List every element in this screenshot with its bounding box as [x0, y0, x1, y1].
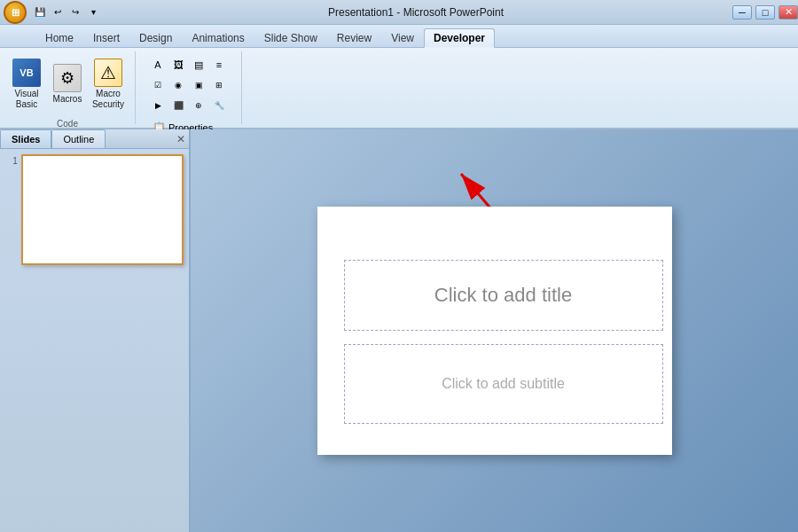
sidebar-close-button[interactable]: ✕	[176, 129, 189, 148]
minimize-button[interactable]: ─	[732, 5, 752, 20]
macro-security-label: MacroSecurity	[92, 89, 124, 110]
tab-animations[interactable]: Animations	[182, 27, 254, 47]
visual-basic-icon: VB	[12, 59, 41, 87]
tab-developer[interactable]: Developer	[424, 28, 495, 48]
visual-basic-button[interactable]: VB VisualBasic	[7, 55, 46, 113]
macros-button[interactable]: ⚙ Macros	[48, 60, 87, 108]
ctrl-icon-5[interactable]: ☑	[148, 75, 168, 95]
ctrl-icon-11[interactable]: ⊕	[189, 96, 208, 115]
ctrl-icon-10[interactable]: ⬛	[168, 96, 188, 115]
app: ⊞ 💾 ↩ ↪ ▾ Presentation1 - Microsoft Powe…	[0, 0, 798, 532]
ctrl-icon-2[interactable]: 🖼	[168, 55, 188, 74]
ctrl-icon-4[interactable]: ≡	[209, 55, 229, 74]
ribbon-group-code: VB VisualBasic ⚙ Macros ⚠	[0, 51, 136, 124]
slide-list: 1	[0, 149, 189, 532]
slide-title-text: Click to add title	[434, 284, 572, 307]
visual-basic-label: VisualBasic	[14, 89, 38, 110]
controls-icon-grid: A 🖼 ▤ ≡ ☑ ◉ ▣ ⊞ ▶ ⬛ ⊕	[148, 55, 229, 115]
macro-security-icon: ⚠	[94, 59, 122, 87]
slide-number-1: 1	[5, 154, 18, 166]
slide-thumbnail-1[interactable]: 1	[4, 153, 185, 267]
tab-view[interactable]: View	[381, 27, 424, 47]
slide-canvas: Click to add title Click to add subtitle	[317, 207, 672, 455]
qat-save[interactable]: 💾	[32, 4, 48, 20]
macros-label: Macros	[53, 94, 82, 105]
sidebar: Slides Outline ✕ 1	[0, 129, 191, 532]
ctrl-icon-12[interactable]: 🔧	[209, 96, 229, 115]
ctrl-icon-3[interactable]: ▤	[189, 55, 208, 74]
window-title: Presentation1 - Microsoft PowerPoint	[103, 6, 729, 19]
macros-icon: ⚙	[53, 64, 82, 92]
ribbon-group-controls: A 🖼 ▤ ≡ ☑ ◉ ▣ ⊞ ▶ ⬛ ⊕	[136, 51, 242, 124]
tab-slideshow[interactable]: Slide Show	[254, 27, 327, 47]
slide-subtitle-placeholder[interactable]: Click to add subtitle	[344, 344, 663, 424]
qat-undo[interactable]: ↩	[50, 4, 66, 20]
restore-button[interactable]: □	[755, 5, 775, 20]
slide-preview-1[interactable]	[21, 154, 184, 265]
sidebar-tabs-bar: Slides Outline ✕	[0, 129, 189, 149]
tab-review[interactable]: Review	[327, 27, 381, 47]
ribbon-content: VB VisualBasic ⚙ Macros ⚠	[0, 48, 798, 129]
ctrl-icon-6[interactable]: ◉	[168, 75, 188, 95]
ctrl-icon-1[interactable]: A	[148, 55, 168, 74]
ctrl-icon-8[interactable]: ⊞	[209, 75, 229, 95]
ribbon-tabs: Home Insert Design Animations Slide Show…	[0, 25, 798, 48]
ctrl-icon-7[interactable]: ▣	[189, 75, 208, 95]
qat-dropdown[interactable]: ▾	[85, 4, 101, 20]
tab-insert[interactable]: Insert	[83, 27, 129, 47]
tab-design[interactable]: Design	[129, 27, 182, 47]
workspace: Slides Outline ✕ 1	[0, 129, 798, 532]
controls-icons-row1: A 🖼 ▤ ≡ ☑ ◉ ▣ ⊞ ▶ ⬛ ⊕	[148, 55, 229, 115]
ribbon-area: Home Insert Design Animations Slide Show…	[0, 25, 798, 129]
ctrl-icon-9[interactable]: ▶	[148, 96, 168, 115]
code-group-label: Code	[57, 117, 78, 129]
tab-outline[interactable]: Outline	[51, 129, 106, 148]
qat-redo[interactable]: ↪	[67, 4, 83, 20]
close-button[interactable]: ✕	[778, 5, 798, 20]
office-button[interactable]: ⊞	[4, 1, 27, 24]
main-content: Click to add title Click to add subtitle	[191, 129, 798, 532]
title-bar: ⊞ 💾 ↩ ↪ ▾ Presentation1 - Microsoft Powe…	[0, 0, 798, 25]
macro-security-button[interactable]: ⚠ MacroSecurity	[89, 55, 128, 113]
tab-home[interactable]: Home	[35, 27, 83, 47]
slide-subtitle-text: Click to add subtitle	[442, 376, 565, 392]
tab-slides[interactable]: Slides	[0, 129, 51, 148]
code-group-buttons: VB VisualBasic ⚙ Macros ⚠	[7, 51, 128, 117]
slide-title-placeholder[interactable]: Click to add title	[344, 260, 663, 331]
